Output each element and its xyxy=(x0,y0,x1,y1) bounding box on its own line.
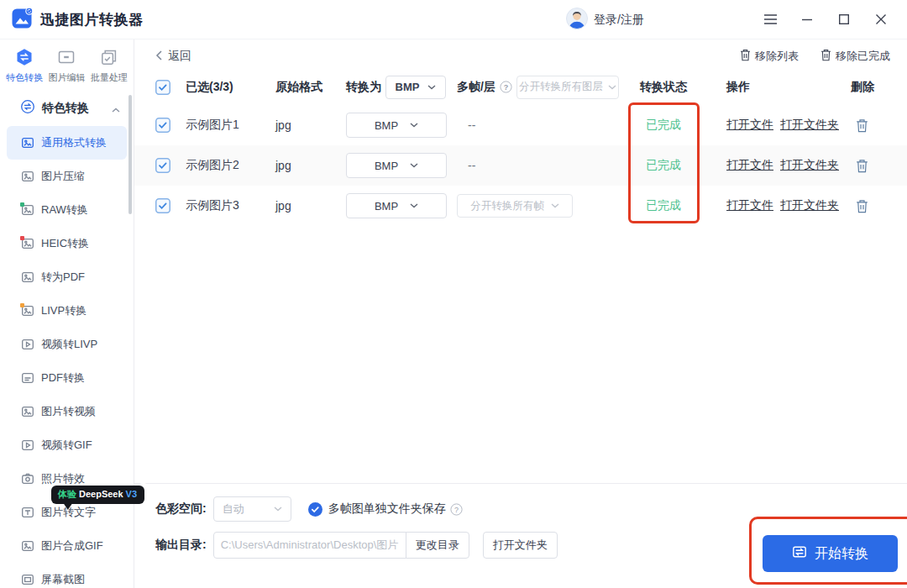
svg-text:?: ? xyxy=(504,83,509,92)
trash-icon xyxy=(740,49,751,64)
sidebar-item-screenshot[interactable]: 屏幕截图 xyxy=(0,563,134,588)
group-label: 特色转换 xyxy=(42,101,112,116)
sidebar-list: 通用格式转换 图片压缩 RAW转换 HEIC转换 转为PDF LIVP转换 xyxy=(0,126,134,588)
col-selected: 已选(3/3) xyxy=(186,80,275,95)
minimize-icon[interactable] xyxy=(800,12,815,27)
source-format: jpg xyxy=(275,118,346,132)
sidebar-item-video-to-livp[interactable]: 视频转LIVP xyxy=(0,328,134,361)
chevron-left-icon xyxy=(155,50,162,63)
sidebar-item-to-pdf[interactable]: 转为PDF xyxy=(0,260,134,294)
menu-icon[interactable] xyxy=(763,12,778,27)
sidebar-item-image-compress[interactable]: 图片压缩 xyxy=(0,160,134,193)
row-checkbox[interactable] xyxy=(155,118,186,133)
sidebar-item-label: 屏幕截图 xyxy=(41,572,85,587)
tab-image-edit[interactable]: 图片编辑 xyxy=(48,47,85,84)
heic-convert-icon xyxy=(21,237,34,250)
remove-completed-button[interactable]: 移除已完成 xyxy=(820,49,890,64)
delete-row-button[interactable] xyxy=(856,159,898,173)
deepseek-badge-prefix: 体验 xyxy=(58,489,76,499)
sidebar-item-general-format-convert[interactable]: 通用格式转换 xyxy=(7,126,127,160)
tab-batch-process[interactable]: 批量处理 xyxy=(91,47,128,84)
row-checkbox[interactable] xyxy=(155,158,186,173)
tab-label: 特色转换 xyxy=(6,71,43,84)
sidebar-item-heic-convert[interactable]: HEIC转换 xyxy=(0,227,134,260)
delete-row-button[interactable] xyxy=(856,118,898,133)
status-badge: 已完成 xyxy=(629,118,698,133)
livp-convert-icon xyxy=(21,304,34,318)
table-row: 示例图片3 jpg BMP 分开转换所有帧 已完成 打开文件 打开文件夹 xyxy=(134,186,907,226)
save-help-icon[interactable]: ? xyxy=(450,503,463,516)
chevron-up-icon xyxy=(112,101,120,116)
image-edit-icon xyxy=(56,47,76,69)
multiframe-help-icon[interactable]: ? xyxy=(500,81,512,93)
open-file-link[interactable]: 打开文件 xyxy=(726,118,773,133)
sidebar-item-video-to-gif[interactable]: 视频转GIF xyxy=(0,428,134,462)
sidebar-item-label: PDF转换 xyxy=(41,370,85,386)
sidebar-item-pdf-convert[interactable]: PDF转换 xyxy=(0,361,134,395)
multiframe-dropdown[interactable]: 分开转换所有帧 xyxy=(457,194,573,218)
avatar xyxy=(566,8,588,33)
general-format-convert-icon xyxy=(21,136,34,150)
convert-icon xyxy=(792,544,807,563)
sidebar-group-feature-convert[interactable]: 特色转换 xyxy=(0,92,134,124)
multiframe-save-label: 多帧图单独文件夹保存 xyxy=(328,501,446,517)
remove-list-button[interactable]: 移除列表 xyxy=(740,49,799,64)
open-file-link[interactable]: 打开文件 xyxy=(726,158,773,173)
open-folder-link[interactable]: 打开文件夹 xyxy=(780,198,839,213)
open-folder-link[interactable]: 打开文件夹 xyxy=(780,118,839,133)
table-row: 示例图片2 jpg BMP -- 已完成 打开文件 打开文件夹 xyxy=(134,145,907,186)
start-convert-label: 开始转换 xyxy=(815,545,868,563)
sidebar-scrollbar[interactable] xyxy=(128,95,132,214)
target-format-dropdown[interactable]: BMP xyxy=(346,153,447,178)
target-format-dropdown[interactable]: BMP xyxy=(346,193,447,218)
multiframe-all-dropdown[interactable]: 分开转换所有图层 xyxy=(516,76,619,99)
row-checkbox[interactable] xyxy=(155,198,186,213)
screenshot-icon xyxy=(21,573,34,586)
file-name: 示例图片1 xyxy=(186,118,275,133)
sidebar-item-label: 图片合成GIF xyxy=(41,538,103,554)
sidebar-item-label: 视频转GIF xyxy=(41,438,92,453)
output-dir-label: 输出目录: xyxy=(155,538,207,553)
target-format-value: BMP xyxy=(375,200,398,213)
col-delete: 删除 xyxy=(847,80,898,95)
open-file-link[interactable]: 打开文件 xyxy=(726,198,773,213)
start-convert-button[interactable]: 开始转换 xyxy=(763,535,898,572)
image-to-text-icon xyxy=(21,506,34,519)
back-button[interactable]: 返回 xyxy=(155,49,191,64)
color-space-dropdown[interactable]: 自动 xyxy=(213,496,291,522)
sidebar-item-livp-convert[interactable]: LIVP转换 xyxy=(0,294,134,328)
col-actions: 操作 xyxy=(698,80,847,95)
delete-row-button[interactable] xyxy=(856,199,898,213)
close-icon[interactable] xyxy=(873,12,889,27)
select-all-checkbox[interactable] xyxy=(155,80,186,95)
open-folder-link[interactable]: 打开文件夹 xyxy=(780,158,839,173)
sidebar-item-label: 图片压缩 xyxy=(41,169,85,184)
sidebar-item-label: 视频转LIVP xyxy=(41,337,97,352)
photo-effects-icon xyxy=(21,472,34,486)
target-format-dropdown[interactable]: BMP xyxy=(346,113,447,138)
main-content: 返回 移除列表 移除已完成 xyxy=(134,39,907,588)
change-dir-button[interactable]: 更改目录 xyxy=(406,532,469,559)
app-brand: 迅捷图片转换器 xyxy=(12,7,144,32)
tab-feature-convert[interactable]: 特色转换 xyxy=(6,47,43,84)
open-output-folder-button[interactable]: 打开文件夹 xyxy=(483,532,558,559)
multiframe-value: 分开转换所有帧 xyxy=(470,199,544,213)
convert-to-all-dropdown[interactable]: BMP xyxy=(385,76,446,99)
multiframe-cell: -- xyxy=(457,118,629,132)
sidebar-item-label: 转为PDF xyxy=(41,270,85,285)
login-register[interactable]: 登录/注册 xyxy=(566,0,644,39)
login-label[interactable]: 登录/注册 xyxy=(594,13,644,28)
sidebar-item-raw-convert[interactable]: RAW转换 xyxy=(0,193,134,227)
sidebar-item-images-to-gif[interactable]: 图片合成GIF xyxy=(0,529,134,563)
source-format: jpg xyxy=(275,159,346,172)
multiframe-save-checkbox[interactable] xyxy=(308,502,322,517)
video-to-livp-icon xyxy=(21,338,34,351)
file-name: 示例图片3 xyxy=(186,198,275,213)
maximize-icon[interactable] xyxy=(836,12,852,27)
app-title: 迅捷图片转换器 xyxy=(40,10,144,29)
file-list: 示例图片1 jpg BMP -- 已完成 打开文件 打开文件夹 xyxy=(134,105,907,226)
deepseek-badge[interactable]: 体验DeepSeekV3 xyxy=(51,486,144,504)
batch-process-icon xyxy=(99,47,119,69)
sidebar-item-image-to-video[interactable]: 图片转视频 xyxy=(0,395,134,428)
output-dir-input[interactable] xyxy=(213,532,406,559)
